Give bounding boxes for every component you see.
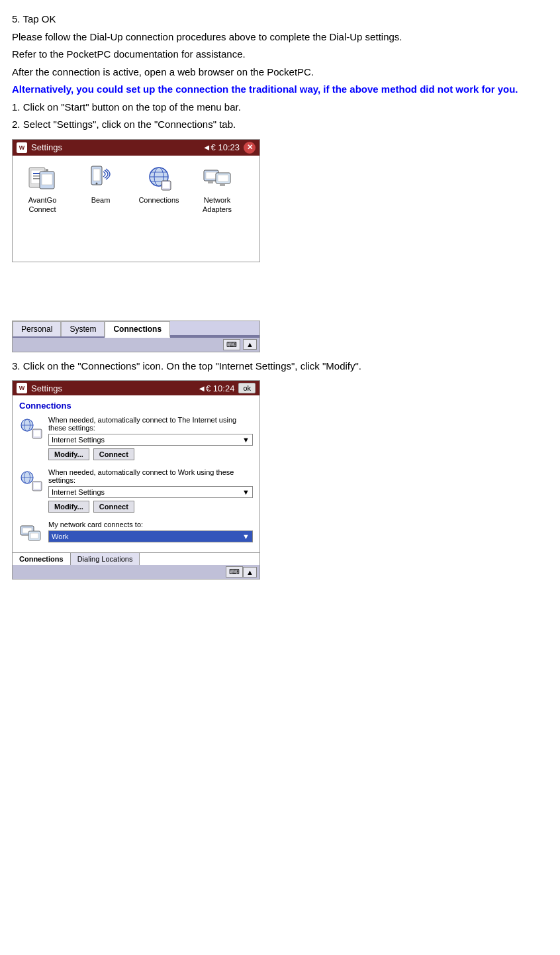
icon-beam[interactable]: Beam <box>77 164 124 255</box>
ok-button[interactable]: ok <box>238 383 256 393</box>
screenshot-settings-connections: W Settings ◄€ 10:23 ✕ AvantGo Connect <box>12 139 260 262</box>
tab-personal[interactable]: Personal <box>13 321 61 336</box>
screenshot-settings-connections-full: W Settings ◄€ 10:24 ok Connections When … <box>12 380 260 579</box>
step5-text: 5. Tap OK <box>12 12 548 27</box>
row3-text: My network card connects to: <box>48 521 253 528</box>
keyboard-icon[interactable]: ⌨ <box>223 339 240 350</box>
icon-network-adapters[interactable]: Network Adapters <box>194 164 240 255</box>
bottom-tab-connections[interactable]: Connections <box>13 553 71 565</box>
screenshot-connections-tabs: Personal System Connections ⌨ ▲ <box>12 321 260 352</box>
row2-modify-button[interactable]: Modify... <box>48 501 89 513</box>
conn-toolbar: ⌨ ▲ <box>13 338 259 352</box>
windows-logo-3: W <box>17 383 27 393</box>
svg-rect-6 <box>42 174 52 185</box>
titlebar-title-1: Settings <box>31 142 62 152</box>
step1-text: 1. Click on "Start" button on the top of… <box>12 100 548 115</box>
titlebar-left-1: W Settings <box>17 142 62 153</box>
settings-body: Connections When needed, automatically c… <box>13 395 259 550</box>
avantgo-label: AvantGo Connect <box>19 195 66 215</box>
row2-dropdown-label: Internet Settings <box>52 488 105 496</box>
row3-dropdown-label: Work <box>52 532 68 540</box>
step3-text: 3. Click on the "Connections" icon. On t… <box>12 359 548 374</box>
beam-label: Beam <box>91 195 111 205</box>
tab-system[interactable]: System <box>61 321 105 336</box>
titlebar-3: W Settings ◄€ 10:24 ok <box>13 381 259 395</box>
svg-rect-3 <box>33 176 40 177</box>
expand-icon[interactable]: ▲ <box>243 339 257 350</box>
svg-rect-20 <box>208 181 213 183</box>
settings-row-1: When needed, automatically connect to Th… <box>19 416 253 460</box>
row1-content: When needed, automatically connect to Th… <box>48 416 253 460</box>
titlebar-1: W Settings ◄€ 10:23 ✕ <box>13 140 259 156</box>
svg-rect-22 <box>218 175 228 181</box>
svg-rect-9 <box>93 169 100 181</box>
row1-modify-button[interactable]: Modify... <box>48 448 89 460</box>
row2-buttons: Modify... Connect <box>48 501 253 513</box>
para2-text: Refer to the PocketPC documentation for … <box>12 47 548 62</box>
row1-dropdown-arrow: ▼ <box>242 436 250 444</box>
network-adapters-label: Network Adapters <box>194 195 240 215</box>
internet-icon-2 <box>19 468 43 492</box>
close-button-1[interactable]: ✕ <box>244 142 256 154</box>
row3-dropdown[interactable]: Work ▼ <box>48 530 253 542</box>
expand-icon-3[interactable]: ▲ <box>243 567 257 578</box>
svg-rect-33 <box>34 483 40 489</box>
svg-rect-23 <box>220 183 225 186</box>
row1-buttons: Modify... Connect <box>48 448 253 460</box>
titlebar-time-3: ◄€ 10:24 <box>197 383 234 393</box>
settings-row-2: When needed, automatically connect to Wo… <box>19 468 253 513</box>
svg-rect-17 <box>163 182 169 188</box>
network-card-icon <box>19 521 43 544</box>
para1-text: Please follow the Dial-Up connection pro… <box>12 30 548 45</box>
highlight-text: Alternatively, you could set up the conn… <box>12 82 548 97</box>
titlebar-right-3: ◄€ 10:24 ok <box>197 383 256 393</box>
icon-avantgo[interactable]: AvantGo Connect <box>19 164 66 255</box>
row1-text: When needed, automatically connect to Th… <box>48 416 253 432</box>
titlebar-time-1: ◄€ 10:23 <box>203 142 240 152</box>
svg-point-10 <box>96 182 98 184</box>
bottom-tab-dialing-locations[interactable]: Dialing Locations <box>71 553 140 565</box>
row1-connect-button[interactable]: Connect <box>93 448 134 460</box>
row2-dropdown-arrow: ▼ <box>242 488 250 496</box>
internet-icon-1 <box>19 416 43 440</box>
step2-text: 2. Select "Settings", click on the "Conn… <box>12 117 548 132</box>
beam-icon <box>86 164 115 193</box>
conn-tabs: Personal System Connections <box>13 321 259 338</box>
svg-rect-28 <box>34 430 40 436</box>
connections-icon <box>144 164 173 193</box>
para3-text: After the connection is active, open a w… <box>12 65 548 80</box>
network-adapters-icon <box>203 164 232 193</box>
avantgo-icon <box>28 164 57 193</box>
bottom-toolbar-3: ⌨ ▲ <box>13 565 259 579</box>
row1-dropdown-label: Internet Settings <box>52 436 105 444</box>
row2-text: When needed, automatically connect to Wo… <box>48 468 253 484</box>
svg-rect-19 <box>206 172 216 179</box>
titlebar-right-1: ◄€ 10:23 ✕ <box>203 142 256 154</box>
windows-logo-1: W <box>17 142 27 153</box>
row2-connect-button[interactable]: Connect <box>93 501 134 513</box>
svg-rect-4 <box>33 178 40 179</box>
row2-content: When needed, automatically connect to Wo… <box>48 468 253 513</box>
keyboard-icon-3[interactable]: ⌨ <box>226 566 243 578</box>
row3-dropdown-arrow: ▼ <box>242 532 250 540</box>
icon-connections[interactable]: Connections <box>136 164 182 255</box>
row1-dropdown[interactable]: Internet Settings ▼ <box>48 434 253 446</box>
svg-point-7 <box>46 169 48 172</box>
tab-connections[interactable]: Connections <box>105 321 170 338</box>
section-title: Connections <box>19 401 253 411</box>
titlebar-title-3: Settings <box>31 383 62 393</box>
row2-dropdown[interactable]: Internet Settings ▼ <box>48 486 253 498</box>
settings-row-3: My network card connects to: Work ▼ <box>19 521 253 544</box>
connections-label: Connections <box>138 195 179 205</box>
row3-content: My network card connects to: Work ▼ <box>48 521 253 542</box>
svg-rect-37 <box>30 533 38 538</box>
bottom-tabs: Connections Dialing Locations <box>13 552 259 565</box>
titlebar-left-3: W Settings <box>17 383 62 393</box>
icons-area-1: AvantGo Connect Beam <box>13 156 259 262</box>
